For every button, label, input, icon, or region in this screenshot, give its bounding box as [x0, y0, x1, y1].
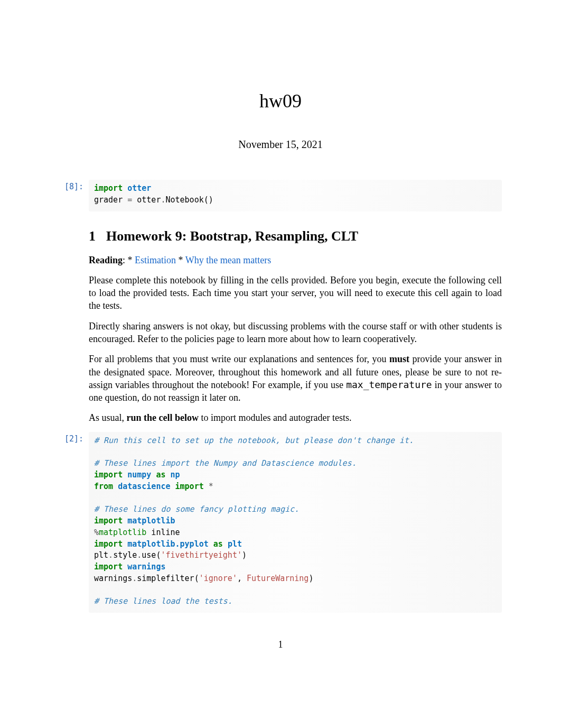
content-area: 1Homework 9: Bootstrap, Resampling, CLT … [89, 228, 502, 425]
section-heading: 1Homework 9: Bootstrap, Resampling, CLT [89, 228, 502, 244]
page-number: 1 [59, 639, 502, 650]
reading-line: Reading: * Estimation * Why the mean mat… [89, 254, 502, 266]
link-estimation[interactable]: Estimation [135, 255, 176, 265]
code-cell-2: [2]: # Run this cell to set up the noteb… [59, 432, 502, 613]
code-line: import matplotlib.pyplot as plt [94, 539, 497, 550]
code-line: import warnings [94, 561, 497, 573]
document-date: November 15, 2021 [59, 139, 502, 151]
link-why-mean-matters[interactable]: Why the mean matters [185, 255, 271, 265]
code-cell-1: [8]: import otter grader = otter.Noteboo… [59, 180, 502, 211]
code-line [94, 493, 497, 504]
code-line: # These lines import the Numpy and Datas… [94, 458, 497, 469]
code-block: import otter grader = otter.Notebook() [89, 180, 502, 211]
code-line: plt.style.use('fivethirtyeight') [94, 550, 497, 561]
inline-code: max_temperature [346, 379, 432, 390]
code-line: # These lines do some fancy plotting mag… [94, 504, 497, 515]
paragraph: Please complete this notebook by filling… [89, 274, 502, 312]
code-line: from datascience import * [94, 481, 497, 493]
code-line: import matplotlib [94, 515, 497, 527]
code-line [94, 447, 497, 458]
code-line: grader = otter.Notebook() [94, 195, 497, 206]
code-line: %matplotlib inline [94, 527, 497, 539]
section-number: 1 [89, 228, 96, 244]
code-line: warnings.simplefilter('ignore', FutureWa… [94, 573, 497, 585]
code-block: # Run this cell to set up the notebook, … [89, 432, 502, 613]
code-line: # Run this cell to set up the notebook, … [94, 435, 497, 447]
code-line: # These lines load the tests. [94, 596, 497, 607]
paragraph: For all problems that you must write our… [89, 353, 502, 404]
cell-prompt: [2]: [59, 432, 89, 444]
page: hw09 November 15, 2021 [8]: import otter… [0, 90, 561, 650]
code-line: import otter [94, 183, 497, 195]
code-line [94, 585, 497, 596]
paragraph: As usual, run the cell below to import m… [89, 411, 502, 424]
code-line: import numpy as np [94, 469, 497, 481]
document-title: hw09 [59, 90, 502, 112]
paragraph: Directly sharing answers is not okay, bu… [89, 320, 502, 346]
cell-prompt: [8]: [59, 180, 89, 191]
section-title: Homework 9: Bootstrap, Resampling, CLT [106, 228, 358, 244]
